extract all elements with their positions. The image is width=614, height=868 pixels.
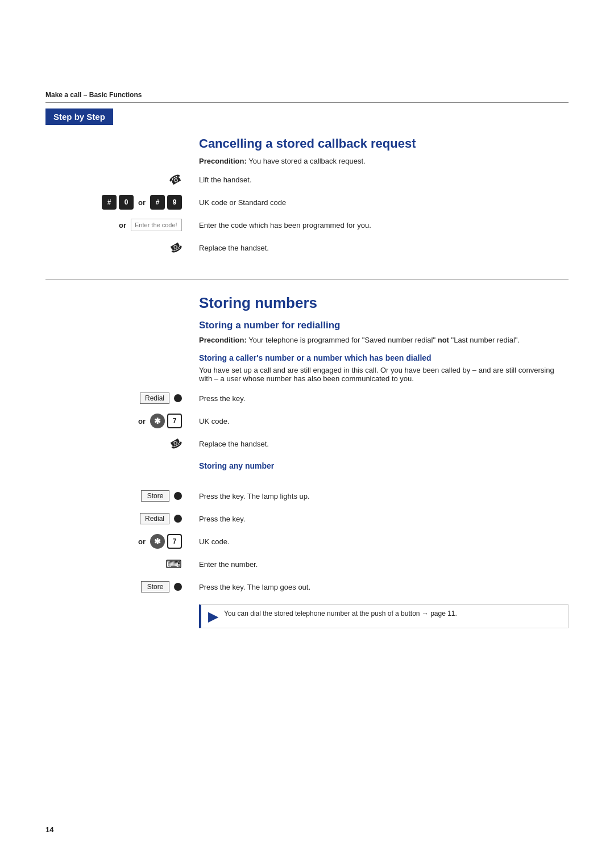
keypad-icon: ⌨: [165, 557, 182, 571]
step-by-step-header: Step by Step: [45, 108, 113, 125]
storing-any-number-title: Storing any number: [199, 461, 569, 470]
seven-key-2: 7: [167, 534, 182, 549]
hash-key-2: #: [150, 195, 165, 210]
redialling-precondition: Precondition: Your telephone is programm…: [199, 336, 569, 344]
circle-bullet-2: [174, 492, 182, 500]
caller-number-desc: You have set up a call and are still eng…: [199, 366, 569, 383]
press-key-text-2: Press the key.: [193, 515, 569, 523]
star-key-2: ✱: [150, 534, 165, 549]
caller-number-title: Storing a caller's number or a number wh…: [199, 353, 569, 362]
store-key-area-2: Store: [45, 581, 193, 592]
replace-handset-icon-1: ☎: [167, 239, 184, 256]
storing-numbers-title: Storing numbers: [199, 294, 569, 312]
cancelling-precondition: Precondition: You have stored a callback…: [199, 157, 569, 165]
page-number: 14: [45, 825, 53, 834]
enter-number-text: Enter the number.: [193, 560, 569, 569]
enter-code-instruction: Enter the code which has been programmed…: [193, 221, 569, 229]
redialling-title: Storing a number for redialling: [199, 320, 569, 331]
star-key-1: ✱: [150, 414, 165, 428]
circle-bullet-4: [174, 583, 182, 591]
star-seven-area-2: or ✱ 7: [45, 534, 193, 549]
uk-code-text-1: UK code.: [193, 417, 569, 425]
press-key-text-1: Press the key.: [193, 394, 569, 403]
replace-handset-icon-area-2: ☎: [45, 437, 193, 450]
nine-key: 9: [167, 195, 182, 210]
info-icon: ▶: [208, 610, 218, 623]
zero-key: 0: [119, 195, 134, 210]
or-text-1: or: [138, 198, 146, 207]
keypad-icon-area: ⌨: [45, 557, 193, 571]
replace-handset-text-2: Replace the handset.: [193, 440, 569, 448]
circle-bullet-3: [174, 515, 182, 523]
redial-button-2: Redial: [140, 513, 169, 524]
or-label-2: or: [119, 221, 126, 229]
lift-handset-text: Lift the handset.: [193, 176, 569, 184]
hash-keys-area: # 0 or # 9: [45, 195, 193, 210]
info-box: ▶ You can dial the stored telephone numb…: [199, 604, 569, 628]
replace-handset-icon-area-1: ☎: [45, 241, 193, 254]
replace-handset-icon-2: ☎: [167, 435, 184, 452]
cancelling-title: Cancelling a stored callback request: [199, 136, 569, 151]
info-box-text: You can dial the stored telephone number…: [224, 610, 457, 617]
seven-key-1: 7: [167, 414, 182, 428]
redial-button-1: Redial: [140, 393, 169, 404]
press-store-text-1: Press the key. The lamp lights up.: [193, 492, 569, 500]
redial-key-area-1: Redial: [45, 393, 193, 404]
or-input-area: or: [45, 219, 193, 231]
store-button-2: Store: [141, 581, 169, 592]
uk-code-text-2: UK code.: [193, 537, 569, 546]
or-text-3: or: [138, 417, 146, 425]
redial-key-area-2: Redial: [45, 513, 193, 524]
circle-bullet-1: [174, 394, 182, 402]
lift-handset-icon-area: ☎: [45, 173, 193, 186]
page-label: Make a call – Basic Functions: [45, 91, 569, 103]
keys-description: UK code or Standard code: [193, 198, 569, 207]
hash-key: #: [102, 195, 117, 210]
store-key-area-1: Store: [45, 490, 193, 502]
store-button-1: Store: [141, 490, 169, 502]
replace-handset-text-1: Replace the handset.: [193, 244, 569, 252]
or-text-4: or: [138, 537, 146, 546]
press-store-text-2: Press the key. The lamp goes out.: [193, 583, 569, 591]
code-input-field[interactable]: [131, 219, 182, 231]
lift-handset-icon: ☎: [167, 171, 184, 188]
star-seven-area-1: or ✱ 7: [45, 414, 193, 428]
